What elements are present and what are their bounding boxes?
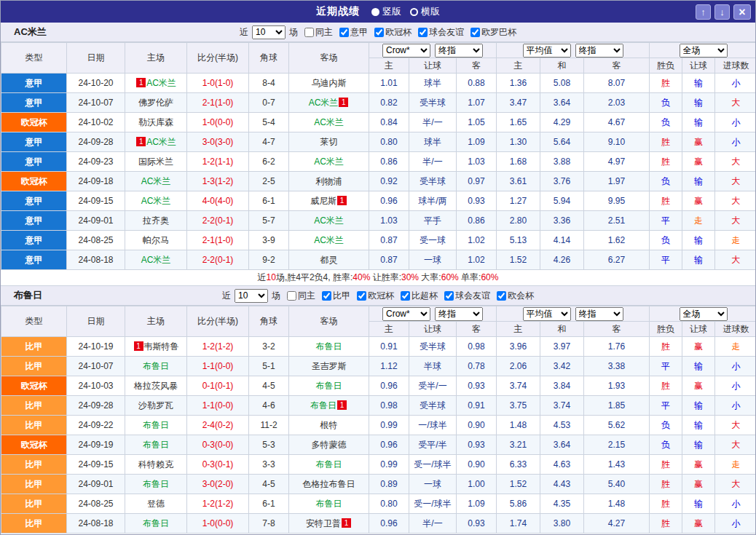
filter-checkbox[interactable]: 球会友谊	[444, 290, 490, 302]
avg-away-cell: 2.03	[584, 93, 650, 113]
bookmaker-select[interactable]: Crow*	[382, 44, 430, 58]
type-cell: 比甲	[1, 396, 67, 416]
date-cell: 24-09-15	[67, 455, 125, 475]
match-row: 比甲24-10-07布鲁日1-1(0-0)5-1圣吉罗斯1.12半球0.782.…	[1, 357, 756, 376]
avg-home-cell: 2.06	[497, 357, 540, 376]
average-select[interactable]: 平均值	[523, 307, 571, 321]
corners-cell: 3-2	[249, 337, 289, 357]
team-label: 布鲁日	[143, 518, 169, 528]
checkbox-input[interactable]	[287, 291, 296, 301]
corners-cell: 0-7	[249, 93, 289, 113]
match-count-select[interactable]: 10	[235, 289, 268, 303]
checkbox-input[interactable]	[374, 28, 384, 37]
score-cell: 2-2(0-1)	[187, 250, 249, 270]
checkbox-input[interactable]	[497, 291, 506, 301]
type-cell: 意甲	[1, 211, 67, 231]
filter-checkbox[interactable]: 比甲	[322, 290, 350, 302]
odds-home-cell: 1.12	[369, 357, 409, 376]
odds-away-cell: 0.90	[457, 455, 497, 475]
team-label: 色格拉布鲁日	[303, 479, 355, 489]
date-cell: 24-10-07	[67, 93, 125, 113]
corners-cell: 11-2	[249, 416, 289, 435]
date-cell: 24-09-18	[67, 172, 125, 191]
team-label: AC米兰	[146, 78, 176, 88]
odds-away-cell: 1.02	[457, 231, 497, 250]
view-option-vertical[interactable]: 竖版	[371, 5, 401, 18]
close-button[interactable]: ×	[733, 4, 751, 20]
checkbox-input[interactable]	[339, 28, 349, 37]
scope-select[interactable]: 全场	[680, 307, 728, 321]
team-label: 安特卫普	[306, 518, 341, 528]
team-label: 韦斯特鲁	[144, 341, 179, 352]
type-cell: 比甲	[1, 357, 67, 376]
score-cell: 3-0(3-0)	[187, 132, 249, 152]
filter-near-label: 近	[240, 26, 248, 39]
filter-checkbox[interactable]: 比超杯	[401, 290, 438, 302]
odds-handicap-cell: 半/一	[409, 514, 457, 534]
home-team-cell: AC米兰	[125, 191, 187, 211]
avg-home-cell: 1.68	[497, 152, 540, 172]
move-up-button[interactable]: ↑	[696, 4, 711, 20]
filter-checkbox[interactable]: 欧会杯	[497, 290, 534, 302]
col-header: 比分(半场)	[187, 43, 249, 74]
avg-away-cell: 1.76	[584, 337, 650, 357]
avg-home-cell: 1.36	[497, 74, 540, 93]
away-team-cell: 圣吉罗斯	[289, 357, 369, 376]
date-cell: 24-09-19	[67, 435, 125, 455]
select-group-header: 平均值终指	[497, 306, 650, 322]
checkbox-input[interactable]	[322, 291, 331, 301]
odds-home-cell: 0.96	[369, 514, 409, 534]
checkbox-input[interactable]	[401, 291, 410, 301]
average-select[interactable]: 平均值	[523, 44, 571, 58]
odds-home-cell: 0.96	[369, 191, 409, 211]
bookmaker-select[interactable]: Crow*	[382, 307, 430, 321]
score-cell: 1-0(1-0)	[187, 74, 249, 93]
away-team-cell: 莱切	[289, 132, 369, 152]
avg-away-cell: 1.48	[584, 494, 650, 514]
team-label: AC米兰	[141, 196, 171, 206]
match-count-select[interactable]: 10	[252, 25, 286, 39]
checkbox-input[interactable]	[357, 291, 366, 301]
move-down-button[interactable]: ↓	[714, 4, 730, 20]
filter-checkbox[interactable]: 意甲	[339, 26, 368, 39]
avg-home-cell: 1.30	[497, 132, 540, 152]
corners-cell: 4-6	[249, 396, 289, 416]
avg-draw-cell: 3.64	[540, 435, 584, 455]
filter-checkbox[interactable]: 同主	[287, 290, 315, 302]
filter-checkbox[interactable]: 欧冠杯	[357, 290, 394, 302]
view-option-horizontal[interactable]: 横版	[410, 5, 440, 18]
team-label: 圣吉罗斯	[312, 361, 347, 371]
titlebar-center: 近期战绩 竖版横版	[316, 1, 440, 23]
avg-draw-cell: 3.80	[540, 514, 584, 534]
results-table: 类型日期主场比分(半场)角球客场Crow*终指平均值终指全场主让球客主和客胜负让…	[1, 42, 756, 270]
scope-select[interactable]: 全场	[680, 44, 728, 58]
checkbox-input[interactable]	[304, 28, 314, 37]
avg-away-cell: 6.27	[584, 250, 650, 270]
card-badge: 1	[342, 518, 351, 528]
avg-stage-select[interactable]: 终指	[575, 307, 623, 321]
checkbox-input[interactable]	[444, 291, 454, 301]
col-header: 类型	[1, 43, 67, 74]
odds-handicap-cell: 半/一	[409, 113, 457, 132]
odds-home-cell: 0.89	[369, 475, 409, 494]
filter-checkbox[interactable]: 球会友谊	[418, 26, 464, 39]
odds-stage-select[interactable]: 终指	[435, 307, 483, 321]
filter-checkbox[interactable]: 同主	[304, 26, 333, 39]
away-team-cell: 安特卫普1	[289, 514, 369, 534]
avg-stage-select[interactable]: 终指	[575, 44, 623, 58]
avg-home-cell: 2.80	[497, 211, 540, 231]
odds-away-cell: 1.09	[457, 132, 497, 152]
result-outcome-cell: 胜	[650, 152, 682, 172]
filter-checkbox[interactable]: 欧冠杯	[374, 26, 412, 39]
result-handicap-cell: 输	[682, 396, 715, 416]
corners-cell: 6-2	[249, 152, 289, 172]
odds-handicap-cell: 半/一	[409, 152, 457, 172]
odds-stage-select[interactable]: 终指	[435, 44, 483, 58]
type-cell: 意甲	[1, 93, 67, 113]
checkbox-input[interactable]	[418, 28, 428, 37]
checkbox-label: 欧冠杯	[385, 26, 412, 39]
view-toggle: 竖版横版	[371, 5, 440, 18]
filter-checkbox[interactable]: 欧罗巴杯	[470, 26, 516, 39]
result-handicap-cell: 赢	[682, 152, 715, 172]
checkbox-input[interactable]	[470, 28, 480, 37]
